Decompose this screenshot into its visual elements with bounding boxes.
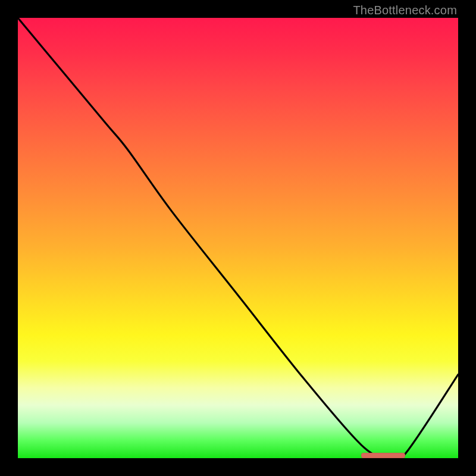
optimal-range-marker bbox=[361, 453, 405, 458]
plot-area bbox=[18, 18, 458, 458]
chart-frame: TheBottleneck.com bbox=[0, 0, 476, 476]
attribution-text: TheBottleneck.com bbox=[353, 4, 457, 17]
bottleneck-curve bbox=[18, 18, 458, 458]
